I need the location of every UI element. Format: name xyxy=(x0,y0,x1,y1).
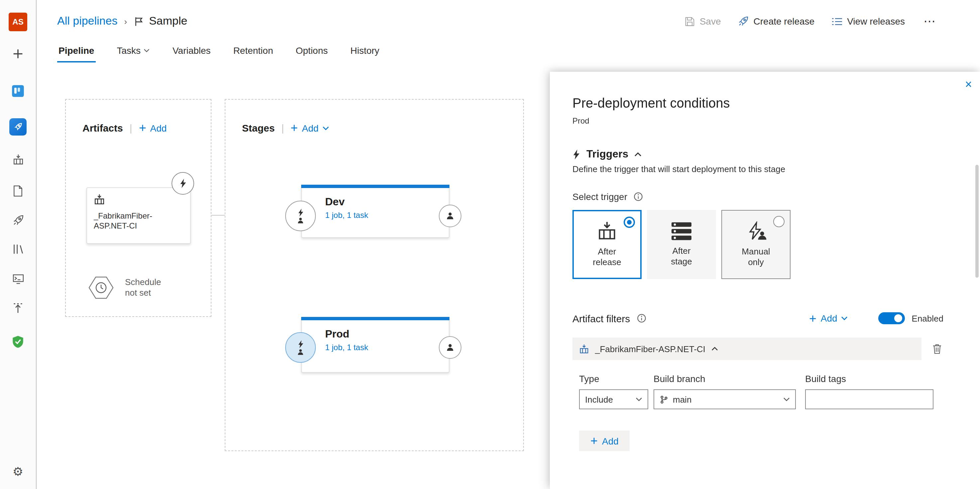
plus-icon xyxy=(590,437,597,445)
branch-icon xyxy=(660,395,668,403)
divider: | xyxy=(130,122,132,133)
divider: | xyxy=(281,122,284,133)
view-releases-button[interactable]: View releases xyxy=(832,16,905,27)
plus-icon xyxy=(13,49,23,59)
tab-history-label: History xyxy=(350,45,379,56)
sidebar-item-pipelines[interactable] xyxy=(9,117,27,136)
sidebar-item-releases[interactable] xyxy=(9,211,27,229)
chevron-down-icon xyxy=(783,397,790,401)
shield-check-icon xyxy=(12,335,24,348)
trigger-option-manual-only[interactable]: Manual only xyxy=(721,210,791,279)
build-branch-dropdown[interactable]: main xyxy=(654,389,796,409)
stage-tasks-link[interactable]: 1 job, 1 task xyxy=(325,211,449,220)
sidebar-item-test-plans[interactable] xyxy=(9,270,27,288)
deploy-arrow-icon xyxy=(13,303,23,314)
info-icon[interactable] xyxy=(636,314,646,323)
plus-icon xyxy=(810,314,817,322)
tab-tasks[interactable]: Tasks xyxy=(115,43,151,61)
gear-icon: ⚙ xyxy=(13,464,23,479)
filters-toggle-label: Enabled xyxy=(912,313,943,323)
sidebar-item-environments[interactable] xyxy=(9,181,27,200)
artifact-filters-heading: Artifact filters xyxy=(573,313,630,324)
type-dropdown[interactable]: Include xyxy=(579,389,648,409)
radio-selected-icon xyxy=(624,217,635,228)
build-tags-input[interactable] xyxy=(805,389,934,409)
prod-post-deployment-conditions-button[interactable] xyxy=(439,336,461,359)
plus-icon xyxy=(139,124,146,132)
continuous-deployment-trigger-badge[interactable] xyxy=(172,172,194,195)
filters-enabled-toggle[interactable] xyxy=(878,312,905,324)
breadcrumb-all-pipelines[interactable]: All pipelines xyxy=(57,14,117,28)
artifact-filter-name: _FabrikamFiber-ASP.NET-CI xyxy=(595,344,705,354)
delete-filter-button[interactable] xyxy=(931,342,943,356)
stage-card-dev[interactable]: Dev 1 job, 1 task xyxy=(301,185,449,238)
lightning-icon xyxy=(298,340,304,348)
tab-pipeline[interactable]: Pipeline xyxy=(57,43,95,62)
sidebar-item-artifacts[interactable] xyxy=(9,150,27,169)
info-icon[interactable] xyxy=(634,192,643,201)
add-row-label: Add xyxy=(602,435,619,446)
tab-options-label: Options xyxy=(296,45,328,56)
artifact-filter-expander[interactable]: _FabrikamFiber-ASP.NET-CI xyxy=(573,338,921,360)
artifact-filters-header-row: Artifact filters Add Enabled xyxy=(573,312,943,324)
dev-pre-deployment-conditions-button[interactable] xyxy=(285,201,316,231)
chevron-down-icon xyxy=(144,49,150,52)
add-stage-button[interactable]: Add xyxy=(291,122,329,133)
create-release-rocket-icon xyxy=(738,16,749,27)
stages-section: Stages | Add xyxy=(225,99,524,451)
artifact-card[interactable]: _FabrikamFiber- ASP.NET-CI xyxy=(86,187,191,244)
select-trigger-label: Select trigger xyxy=(573,191,627,202)
create-release-label: Create release xyxy=(754,16,815,27)
trigger-option-label: After stage xyxy=(662,246,702,267)
sidebar-item-boards[interactable] xyxy=(9,82,27,100)
prod-pre-deployment-conditions-button[interactable] xyxy=(285,332,316,363)
sidebar-item-deployment-groups[interactable] xyxy=(9,299,27,318)
stage-tasks-link[interactable]: 1 job, 1 task xyxy=(325,343,449,352)
org-avatar[interactable]: AS xyxy=(9,13,27,31)
rocket-icon xyxy=(12,214,24,225)
tab-variables[interactable]: Variables xyxy=(171,43,212,61)
save-button[interactable]: Save xyxy=(685,16,721,27)
pre-deployment-conditions-panel: × Pre-deployment conditions Prod Trigger… xyxy=(550,72,980,489)
triggers-heading: Triggers xyxy=(586,148,628,160)
topbar-actions: Save Create release View releases ⋯ xyxy=(685,14,937,29)
tab-history[interactable]: History xyxy=(349,43,381,61)
after-stage-icon xyxy=(671,222,692,241)
trigger-option-after-stage[interactable]: After stage xyxy=(647,210,716,279)
tab-options[interactable]: Options xyxy=(294,43,329,61)
sidebar: AS xyxy=(0,0,37,489)
add-filter-row-button[interactable]: Add xyxy=(579,430,630,451)
schedule-button[interactable]: Schedule not set xyxy=(88,276,161,300)
add-artifact-label: Add xyxy=(150,122,167,133)
tab-retention[interactable]: Retention xyxy=(232,43,275,61)
create-release-button[interactable]: Create release xyxy=(738,16,815,27)
branch-value: main xyxy=(673,394,692,404)
tab-bar: Pipeline Tasks Variables Retention Optio… xyxy=(36,43,980,69)
trigger-option-after-release[interactable]: After release xyxy=(573,210,641,279)
add-artifact-filter-button[interactable]: Add xyxy=(810,313,848,324)
sidebar-item-library[interactable] xyxy=(9,240,27,259)
stage-name: Dev xyxy=(325,196,449,208)
settings-button[interactable]: ⚙ xyxy=(9,462,27,481)
chevron-up-icon xyxy=(634,152,641,156)
select-trigger-row: Select trigger xyxy=(573,191,943,202)
pipelines-icon xyxy=(9,118,27,135)
boards-icon xyxy=(11,84,25,98)
tab-tasks-label: Tasks xyxy=(117,45,141,56)
more-actions-button[interactable]: ⋯ xyxy=(922,14,937,29)
trigger-option-label: Manual only xyxy=(736,246,776,268)
add-project-button[interactable] xyxy=(9,44,27,63)
col-tags: Build tags xyxy=(805,373,846,384)
filter-column-headers: Type Build branch Build tags xyxy=(573,373,943,384)
panel-scrollbar[interactable] xyxy=(975,165,979,278)
add-artifact-button[interactable]: Add xyxy=(139,122,167,133)
close-panel-button[interactable]: × xyxy=(965,78,972,90)
sidebar-item-security[interactable] xyxy=(9,332,27,351)
page-title: Sample xyxy=(149,14,187,28)
artifact-package-icon xyxy=(94,194,105,205)
trigger-options: After release After stage Manual only xyxy=(573,210,943,279)
stage-card-prod[interactable]: Prod 1 job, 1 task xyxy=(301,317,449,373)
dev-post-deployment-conditions-button[interactable] xyxy=(439,205,461,227)
chevron-down-icon xyxy=(323,126,329,130)
triggers-section-header[interactable]: Triggers xyxy=(573,148,943,160)
